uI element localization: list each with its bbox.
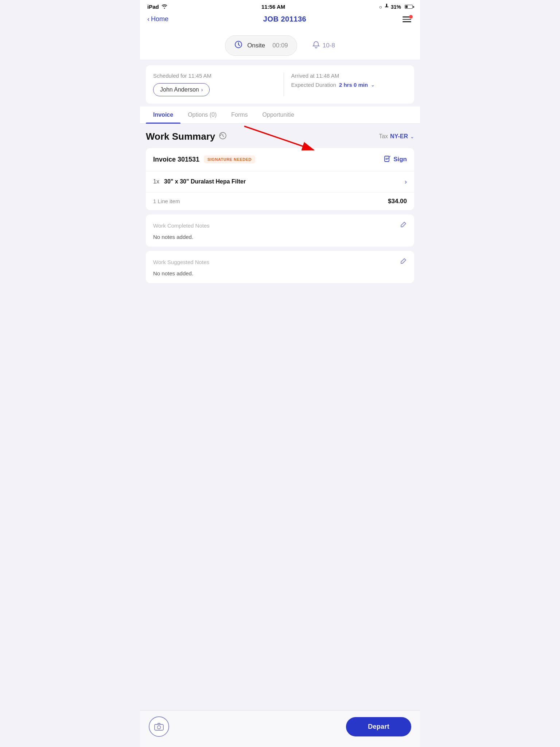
notes-header: Work Completed Notes bbox=[153, 221, 407, 230]
work-suggested-label: Work Suggested Notes bbox=[153, 259, 209, 265]
scheduled-label: Scheduled for 11:45 AM bbox=[153, 73, 269, 79]
signature-badge: SIGNATURE NEEDED bbox=[204, 155, 255, 163]
bell-badge[interactable]: 10-8 bbox=[312, 40, 335, 51]
tab-options[interactable]: Options (0) bbox=[180, 107, 224, 123]
work-summary-section: Work Summary Tax NY-ER ⌄ bbox=[140, 124, 420, 290]
item-chevron-icon: › bbox=[405, 178, 407, 186]
tab-forms[interactable]: Forms bbox=[224, 107, 255, 123]
menu-button[interactable] bbox=[401, 15, 413, 24]
edit-completed-notes-icon[interactable] bbox=[400, 221, 407, 230]
nav-bar: ‹ Home JOB 201136 bbox=[140, 12, 420, 28]
person-name: John Anderson bbox=[160, 86, 199, 93]
info-card: Scheduled for 11:45 AM John Anderson › A… bbox=[146, 65, 414, 104]
device-label: iPad bbox=[147, 4, 159, 10]
clock-refresh-icon[interactable] bbox=[219, 132, 227, 142]
back-home-label: Home bbox=[151, 15, 168, 23]
location-icon: ○ bbox=[379, 4, 382, 10]
work-completed-text: No notes added. bbox=[153, 234, 407, 240]
tab-invoice[interactable]: Invoice bbox=[146, 107, 180, 123]
notes-suggested-header: Work Suggested Notes bbox=[153, 258, 407, 267]
timer-clock-icon bbox=[234, 40, 243, 51]
sign-label: Sign bbox=[393, 156, 407, 163]
status-time: 11:56 AM bbox=[261, 4, 285, 10]
duration-chevron-icon: ⌄ bbox=[371, 82, 375, 88]
status-right: ○ ┸ 31% bbox=[379, 4, 413, 10]
tax-row[interactable]: Tax NY-ER ⌄ bbox=[379, 133, 414, 140]
status-bar: iPad 11:56 AM ○ ┸ 31% bbox=[140, 0, 420, 12]
invoice-header: Invoice 301531 SIGNATURE NEEDED Sign bbox=[146, 148, 414, 171]
svg-rect-4 bbox=[385, 156, 389, 162]
work-completed-label: Work Completed Notes bbox=[153, 222, 210, 229]
tax-chevron-icon: ⌄ bbox=[410, 134, 414, 139]
item-qty: 1x bbox=[153, 178, 164, 185]
arrived-label: Arrived at 11:48 AM bbox=[291, 73, 407, 79]
work-suggested-text: No notes added. bbox=[153, 270, 407, 276]
wifi-icon bbox=[161, 4, 168, 10]
section-title: Work Summary bbox=[146, 131, 215, 142]
timer-pill[interactable]: Onsite 00:09 bbox=[225, 35, 297, 56]
bluetooth-icon: ┸ bbox=[385, 4, 388, 10]
invoice-footer: 1 Line item $34.00 bbox=[146, 193, 414, 210]
info-left: Scheduled for 11:45 AM John Anderson › bbox=[153, 73, 276, 96]
total-amount: $34.00 bbox=[388, 198, 407, 205]
invoice-title-row: Invoice 301531 SIGNATURE NEEDED bbox=[153, 155, 255, 163]
status-left: iPad bbox=[147, 4, 168, 10]
back-home-button[interactable]: ‹ Home bbox=[147, 15, 168, 23]
tax-value: NY-ER bbox=[390, 133, 408, 140]
timer-status-label: Onsite bbox=[247, 42, 265, 49]
duration-value[interactable]: 2 hrs 0 min bbox=[339, 82, 368, 88]
info-divider bbox=[284, 73, 284, 96]
page-title: JOB 201136 bbox=[263, 15, 306, 23]
bell-icon bbox=[312, 40, 320, 51]
invoice-item[interactable]: 1x 30" x 30" Duralast Hepa Filter › bbox=[146, 171, 414, 193]
tax-label: Tax bbox=[379, 133, 388, 140]
sign-button[interactable]: Sign bbox=[383, 155, 407, 165]
person-chevron-icon: › bbox=[201, 87, 203, 93]
battery-label: 31% bbox=[391, 4, 401, 10]
battery-icon bbox=[405, 5, 413, 9]
sign-icon bbox=[383, 155, 391, 165]
section-header: Work Summary Tax NY-ER ⌄ bbox=[146, 131, 414, 142]
work-completed-notes-card: Work Completed Notes No notes added. bbox=[146, 214, 414, 247]
timer-section: Onsite 00:09 10-8 bbox=[140, 28, 420, 59]
timer-elapsed: 00:09 bbox=[272, 42, 288, 49]
tab-opportunities[interactable]: Opportunitie bbox=[255, 107, 302, 123]
info-right: Arrived at 11:48 AM Expected Duration 2 … bbox=[291, 73, 407, 96]
person-button[interactable]: John Anderson › bbox=[153, 83, 210, 96]
back-arrow-icon: ‹ bbox=[147, 15, 149, 23]
item-name: 30" x 30" Duralast Hepa Filter bbox=[164, 178, 405, 185]
duration-row: Expected Duration 2 hrs 0 min ⌄ bbox=[291, 82, 407, 88]
invoice-card: Invoice 301531 SIGNATURE NEEDED Sign 1 bbox=[146, 148, 414, 210]
main-content: Work Summary Tax NY-ER ⌄ bbox=[140, 124, 420, 327]
duration-label: Expected Duration bbox=[291, 82, 336, 88]
line-items-count: 1 Line item bbox=[153, 198, 180, 204]
bell-label: 10-8 bbox=[323, 42, 335, 49]
tabs-bar: Invoice Options (0) Forms Opportunitie bbox=[140, 107, 420, 124]
notification-dot bbox=[409, 15, 413, 19]
work-suggested-notes-card: Work Suggested Notes No notes added. bbox=[146, 251, 414, 283]
invoice-number: Invoice 301531 bbox=[153, 156, 199, 163]
section-title-row: Work Summary bbox=[146, 131, 227, 142]
edit-suggested-notes-icon[interactable] bbox=[400, 258, 407, 267]
